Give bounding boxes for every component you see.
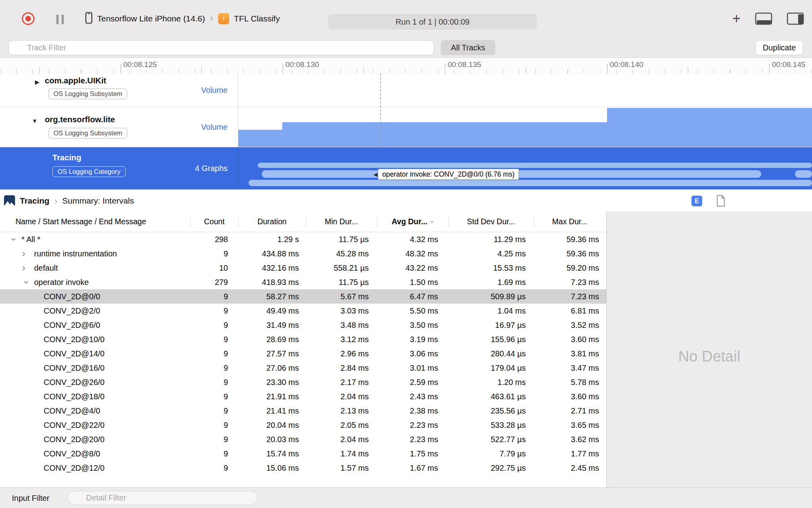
document-icon[interactable] <box>716 195 726 207</box>
chevron-down-icon[interactable]: › <box>7 235 21 244</box>
column-header-count[interactable]: Count <box>190 212 238 232</box>
column-header-name[interactable]: Name / Start Message / End Message <box>0 212 190 232</box>
table-row[interactable]: CONV_2D@2/0949.49 ms3.03 ms5.50 ms1.04 m… <box>0 304 606 318</box>
row-avg-cell: 3.06 ms <box>377 346 448 361</box>
table-row[interactable]: ›operator invoke279418.93 ms11.75 µs1.50… <box>0 275 606 289</box>
table-row[interactable]: ›default10432.16 ms558.21 µs43.22 ms15.5… <box>0 261 606 275</box>
extended-detail-button[interactable]: E <box>691 196 702 206</box>
chevron-right-icon: › <box>210 12 213 24</box>
row-name-cell: ›runtime instrumentation <box>0 246 190 261</box>
row-name-cell: ›* All * <box>0 232 190 246</box>
all-tracks-button[interactable]: All Tracks <box>441 40 495 55</box>
row-name-text: CONV_2D@18/0 <box>44 389 105 404</box>
ruler-mid-tick <box>526 67 526 73</box>
row-max-cell: 59.20 ms <box>534 261 606 275</box>
track-row-tensorflow[interactable]: ▼ org.tensorflow.lite OS Logging Subsyst… <box>0 107 812 147</box>
record-button[interactable] <box>22 12 34 25</box>
detail-filter-input[interactable] <box>67 491 258 505</box>
playhead-line[interactable] <box>380 73 381 147</box>
track-label-cell: ▶ com.apple.UIKit OS Logging Subsystem V… <box>0 73 238 107</box>
table-row[interactable]: CONV_2D@18/0921.91 ms2.04 ms2.43 ms463.6… <box>0 389 606 404</box>
row-name-text: default <box>34 261 58 275</box>
iphone-icon <box>85 12 92 26</box>
row-min-cell: 11.75 µs <box>306 275 377 289</box>
table-row[interactable]: CONV_2D@12/0915.06 ms1.57 ms1.67 ms292.7… <box>0 461 606 475</box>
track-row-uikit[interactable]: ▶ com.apple.UIKit OS Logging Subsystem V… <box>0 73 812 107</box>
intervals-table-body: ›* All *2981.29 s11.75 µs4.32 ms11.29 ms… <box>0 232 606 487</box>
table-row[interactable]: CONV_2D@6/0931.49 ms3.48 ms3.50 ms16.97 … <box>0 318 606 332</box>
duplicate-button[interactable]: Duplicate <box>755 40 803 55</box>
row-min-cell: 3.12 ms <box>306 332 377 346</box>
ruler-minor-ticks <box>0 69 812 73</box>
row-avg-cell: 2.43 ms <box>377 389 448 404</box>
track-canvas-uikit[interactable] <box>238 73 812 107</box>
table-row[interactable]: CONV_2D@8/0915.74 ms1.74 ms1.75 ms7.79 µ… <box>0 446 606 461</box>
row-count-cell: 9 <box>190 289 238 304</box>
row-name-cell: CONV_2D@22/0 <box>0 418 190 432</box>
ruler-time-label: 00:08.135 <box>448 60 481 69</box>
row-min-cell: 3.03 ms <box>306 304 377 318</box>
ruler-major-tick <box>283 64 283 73</box>
toggle-bottom-pane-button[interactable] <box>755 12 772 25</box>
row-duration-cell: 20.04 ms <box>238 418 306 432</box>
run-status-display[interactable]: Run 1 of 1 | 00:00:09 <box>328 14 537 30</box>
breadcrumb-page[interactable]: Summary: Intervals <box>62 196 134 206</box>
table-row[interactable]: CONV_2D@16/0927.06 ms2.84 ms3.01 ms179.0… <box>0 361 606 375</box>
row-name-text: runtime instrumentation <box>34 246 117 261</box>
track-canvas-tracing-graphs[interactable] <box>238 147 812 189</box>
row-duration-cell: 434.88 ms <box>238 246 306 261</box>
pause-button[interactable] <box>56 15 65 24</box>
row-name-cell: CONV_2D@12/0 <box>0 461 190 475</box>
toggle-right-pane-button[interactable] <box>787 12 804 25</box>
target-selector[interactable]: Tensorflow Lite iPhone (14.6) › ↑ TFL Cl… <box>85 0 280 37</box>
column-header-min[interactable]: Min Dur... <box>306 212 377 232</box>
table-row[interactable]: CONV_2D@10/0928.69 ms3.12 ms3.19 ms155.9… <box>0 332 606 346</box>
chevron-down-icon[interactable]: › <box>19 278 34 287</box>
row-name-cell: CONV_2D@4/0 <box>0 404 190 418</box>
device-label: Tensorflow Lite iPhone (14.6) <box>97 14 205 23</box>
row-name-cell: CONV_2D@6/0 <box>0 318 190 332</box>
table-row[interactable]: CONV_2D@0/0958.27 ms5.67 ms6.47 ms509.89… <box>0 289 606 304</box>
chevron-right-icon[interactable]: › <box>22 246 34 261</box>
row-max-cell: 2.71 ms <box>534 404 606 418</box>
row-name-cell: ›operator invoke <box>0 275 190 289</box>
column-header-max[interactable]: Max Dur... <box>534 212 606 232</box>
input-filter-label[interactable]: Input Filter <box>12 488 49 508</box>
track-meta-label: Volume <box>201 123 228 132</box>
row-count-cell: 9 <box>190 461 238 475</box>
disclosure-triangle-icon[interactable]: ▶ <box>35 79 40 86</box>
row-name-text: CONV_2D@12/0 <box>44 461 105 475</box>
timeline-ruler[interactable]: 00:08.12500:08.13000:08.13500:08.14000:0… <box>0 58 812 74</box>
track-filter-input[interactable] <box>8 40 434 55</box>
row-avg-cell: 2.23 ms <box>377 432 448 446</box>
column-header-duration[interactable]: Duration <box>238 212 306 232</box>
bottom-filter-bar: Input Filter <box>0 487 812 508</box>
row-min-cell: 45.28 ms <box>306 246 377 261</box>
track-row-tracing-selected[interactable]: Tracing OS Logging Category 4 Graphs <box>0 147 812 189</box>
row-max-cell: 6.81 ms <box>534 304 606 318</box>
table-row[interactable]: ›runtime instrumentation9434.88 ms45.28 … <box>0 246 606 261</box>
interval-tooltip: ◀ operator invoke: CONV_2D@0/0 (6.76 ms) <box>373 169 519 180</box>
table-row[interactable]: CONV_2D@22/0920.04 ms2.05 ms2.23 ms533.2… <box>0 418 606 432</box>
detail-panel: No Detail <box>606 212 812 487</box>
row-min-cell: 2.96 ms <box>306 346 377 361</box>
row-count-cell: 298 <box>190 232 238 246</box>
chevron-right-icon[interactable]: › <box>22 261 34 275</box>
track-filter-bar: All Tracks Duplicate <box>0 37 812 58</box>
row-name-cell: CONV_2D@26/0 <box>0 375 190 389</box>
column-header-stddev[interactable]: Std Dev Dur... <box>448 212 534 232</box>
table-row[interactable]: CONV_2D@4/0921.41 ms2.13 ms2.38 ms235.56… <box>0 404 606 418</box>
pause-bar-icon <box>61 15 64 24</box>
row-avg-cell: 4.32 ms <box>377 232 448 246</box>
row-avg-cell: 3.19 ms <box>377 332 448 346</box>
column-header-avg-sorted[interactable]: Avg Dur...› <box>377 212 448 232</box>
row-count-cell: 9 <box>190 404 238 418</box>
table-row[interactable]: CONV_2D@20/0920.03 ms2.04 ms2.23 ms522.7… <box>0 432 606 446</box>
disclosure-triangle-icon[interactable]: ▼ <box>32 117 38 124</box>
table-row[interactable]: CONV_2D@26/0923.30 ms2.17 ms2.59 ms1.20 … <box>0 375 606 389</box>
table-row[interactable]: ›* All *2981.29 s11.75 µs4.32 ms11.29 ms… <box>0 232 606 246</box>
add-instrument-button[interactable]: + <box>732 12 741 26</box>
track-canvas-volume-chart[interactable] <box>238 107 812 147</box>
table-row[interactable]: CONV_2D@14/0927.57 ms2.96 ms3.06 ms280.4… <box>0 346 606 361</box>
breadcrumb-root[interactable]: Tracing <box>20 196 50 206</box>
